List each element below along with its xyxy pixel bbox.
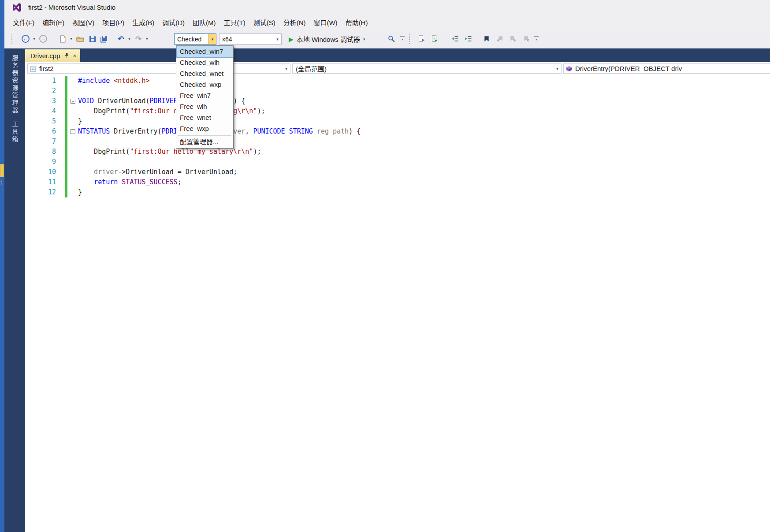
toolbar-overflow-button-2[interactable]: ▾ bbox=[533, 34, 539, 43]
config-option[interactable]: Free_wlh bbox=[177, 101, 233, 112]
code-line: 3-VOID DriverUnload(PDRIVER_OBJECT drive… bbox=[25, 96, 770, 106]
menu-item[interactable]: 帮助(H) bbox=[342, 15, 372, 30]
config-option[interactable]: Checked_wxp bbox=[177, 79, 233, 90]
navigate-to-button[interactable] bbox=[416, 33, 427, 44]
open-file-button[interactable] bbox=[75, 33, 86, 44]
navigate-backward-caret[interactable]: ▾ bbox=[32, 33, 37, 44]
code-editor[interactable]: 1#include <ntddk.h>23-VOID DriverUnload(… bbox=[25, 75, 770, 532]
rail-tab-server-explorer[interactable]: 服务器资源管理器 bbox=[11, 55, 19, 115]
fold-margin: - bbox=[56, 96, 78, 106]
config-option[interactable]: Checked_wnet bbox=[177, 68, 233, 79]
menu-item[interactable]: 生成(B) bbox=[128, 15, 158, 30]
save-all-button[interactable] bbox=[99, 33, 109, 44]
line-number: 6 bbox=[25, 126, 56, 137]
scope-combo[interactable]: (全局范围) ▾ bbox=[292, 63, 562, 74]
platform-combo[interactable]: x64 ▾ bbox=[219, 33, 282, 45]
code-text: return STATUS_SUCCESS; bbox=[78, 177, 182, 187]
configuration-dropdown-button[interactable]: ▾ bbox=[208, 34, 216, 44]
config-option[interactable]: Checked_win7 bbox=[177, 46, 233, 57]
debug-target-caret[interactable]: ▾ bbox=[363, 37, 365, 41]
open-folder-icon bbox=[76, 35, 84, 42]
code-line: 11 return STATUS_SUCCESS; bbox=[25, 177, 770, 187]
navigate-backward-button[interactable]: ← bbox=[20, 33, 31, 44]
new-file-button[interactable] bbox=[57, 33, 68, 44]
fold-collapse-button[interactable]: - bbox=[71, 99, 75, 104]
code-line: 12} bbox=[25, 187, 770, 197]
toolbar-grip-2[interactable] bbox=[409, 34, 411, 44]
menu-item[interactable]: 调试(D) bbox=[158, 15, 189, 30]
indent-icon bbox=[465, 36, 472, 42]
code-text: #include <ntddk.h> bbox=[78, 76, 150, 86]
tab-label: Driver.cpp bbox=[30, 52, 60, 60]
clear-bookmarks-button[interactable] bbox=[521, 33, 532, 44]
code-text: driver->DriverUnload = DriverUnload; bbox=[78, 167, 237, 177]
navigate-doc-icon bbox=[418, 35, 425, 42]
menu-item[interactable]: 测试(S) bbox=[249, 15, 279, 30]
redo-button[interactable]: ↷ bbox=[133, 33, 144, 44]
indent-button[interactable] bbox=[463, 33, 473, 44]
platform-dropdown-button[interactable]: ▾ bbox=[274, 34, 281, 44]
config-option[interactable]: Free_wxp bbox=[177, 123, 233, 134]
toolbar-grip[interactable] bbox=[11, 34, 13, 44]
find-in-code-button[interactable] bbox=[386, 33, 397, 44]
desktop-folder-icon[interactable] bbox=[0, 164, 4, 177]
scope-caret[interactable]: ▾ bbox=[554, 67, 561, 71]
code-line: 7 bbox=[25, 137, 770, 147]
next-bookmark-button[interactable] bbox=[508, 33, 518, 44]
fold-margin bbox=[56, 157, 78, 167]
undo-caret[interactable]: ▾ bbox=[127, 33, 132, 44]
menu-item[interactable]: 文件(F) bbox=[9, 15, 38, 30]
project-caret[interactable]: ▾ bbox=[283, 67, 290, 71]
tab-close-button[interactable]: × bbox=[73, 53, 77, 59]
document-tab[interactable]: Driver.cpp × bbox=[25, 49, 80, 62]
line-number: 2 bbox=[25, 86, 56, 96]
line-number: 7 bbox=[25, 137, 56, 147]
code-line: 2 bbox=[25, 86, 770, 96]
redo-caret[interactable]: ▾ bbox=[145, 33, 149, 44]
navigate-forward-button[interactable]: → bbox=[38, 33, 48, 44]
line-number: 1 bbox=[25, 76, 56, 86]
fold-margin bbox=[56, 187, 78, 197]
previous-bookmark-button[interactable] bbox=[495, 33, 505, 44]
tab-pin-button[interactable] bbox=[64, 53, 69, 59]
configuration-dropdown-list: Checked_win7Checked_wlhChecked_wnetCheck… bbox=[176, 45, 234, 149]
rail-tab-toolbox[interactable]: 工具箱 bbox=[11, 121, 19, 143]
start-debug-button[interactable]: ▶ 本地 Windows 调试器 ▾ bbox=[289, 33, 365, 45]
member-combo[interactable]: DriverEntry(PDRIVER_OBJECT driv bbox=[563, 63, 770, 74]
code-line: 9 bbox=[25, 157, 770, 167]
toggle-bookmark-button[interactable] bbox=[481, 33, 492, 44]
dropdown-separator bbox=[178, 135, 231, 136]
navigation-bar: ++ first2 ▾ (全局范围) ▾ DriverEntry(PDRIVER… bbox=[25, 62, 770, 75]
undo-button[interactable]: ↶ bbox=[115, 33, 126, 44]
project-combo[interactable]: ++ first2 ▾ bbox=[27, 63, 290, 74]
outdent-button[interactable] bbox=[450, 33, 460, 44]
config-option[interactable]: Free_win7 bbox=[177, 90, 233, 101]
line-number: 5 bbox=[25, 116, 56, 126]
fold-margin bbox=[56, 86, 78, 96]
menu-item[interactable]: 项目(P) bbox=[98, 15, 128, 30]
svg-text:++: ++ bbox=[31, 68, 35, 71]
fold-collapse-button[interactable]: - bbox=[71, 129, 75, 134]
menu-item[interactable]: 编辑(E) bbox=[38, 15, 68, 30]
new-file-caret[interactable]: ▾ bbox=[69, 33, 74, 44]
menu-item[interactable]: 窗口(W) bbox=[309, 15, 341, 30]
configuration-combo[interactable]: Checked ▾ bbox=[174, 33, 216, 45]
line-number: 9 bbox=[25, 157, 56, 167]
line-number: 8 bbox=[25, 147, 56, 157]
menu-item[interactable]: 团队(M) bbox=[189, 15, 220, 30]
menu-item[interactable]: 分析(N) bbox=[279, 15, 310, 30]
config-option[interactable]: Checked_wlh bbox=[177, 57, 233, 68]
screen: f first2 - Microsoft Visual Studio 文件(F)… bbox=[0, 0, 770, 532]
peek-definition-button[interactable] bbox=[429, 33, 440, 44]
config-manager-option[interactable]: 配置管理器... bbox=[177, 137, 233, 148]
menu-item[interactable]: 工具(T) bbox=[219, 15, 249, 30]
code-line: 4 DbgPrint("first:Our driver unloading\r… bbox=[25, 106, 770, 116]
toolbar-overflow-button-1[interactable]: ▾ bbox=[399, 34, 405, 43]
toolbar-separator bbox=[477, 34, 477, 43]
save-button[interactable] bbox=[87, 33, 98, 44]
code-line: 5} bbox=[25, 116, 770, 126]
member-value: DriverEntry(PDRIVER_OBJECT driv bbox=[572, 65, 770, 72]
config-option[interactable]: Free_wnet bbox=[177, 112, 233, 123]
menu-item[interactable]: 视图(V) bbox=[68, 15, 98, 30]
window-title: first2 - Microsoft Visual Studio bbox=[28, 4, 115, 11]
